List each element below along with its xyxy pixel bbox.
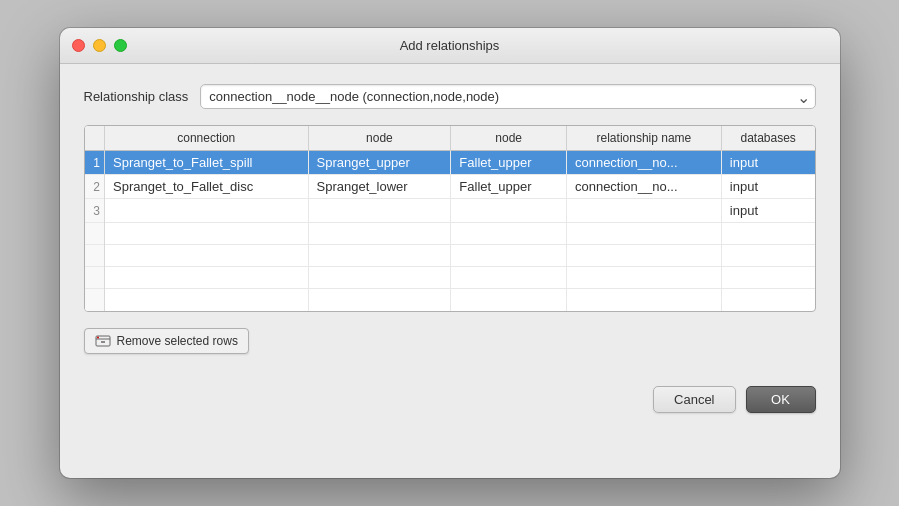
dialog-content: Relationship class connection__node__nod… [60,64,840,478]
empty-table-row [85,223,815,245]
table-cell: Spranget_to_Fallet_spill [105,151,309,175]
minimize-button[interactable] [93,39,106,52]
row-number-cell: 2 [85,175,105,199]
dialog-buttons: Cancel OK [84,374,816,417]
relationship-class-dropdown-container: connection__node__node (connection,node,… [200,84,815,109]
table-cell: Fallet_upper [451,175,567,199]
maximize-button[interactable] [114,39,127,52]
column-header-node1: node [308,126,451,151]
table-cell: input [721,151,814,175]
bottom-toolbar: Remove selected rows [84,328,816,358]
table-cell [105,199,309,223]
column-header-node2: node [451,126,567,151]
table-cell: connection__no... [566,151,721,175]
remove-rows-icon [95,334,111,348]
table-cell: Spranget_lower [308,175,451,199]
column-header-connection: connection [105,126,309,151]
column-header-databases: databases [721,126,814,151]
table-cell: Fallet_upper [451,151,567,175]
table-row[interactable]: 2Spranget_to_Fallet_discSpranget_lowerFa… [85,175,815,199]
table-cell: input [721,199,814,223]
table-cell [566,199,721,223]
table-row[interactable]: 1Spranget_to_Fallet_spillSpranget_upperF… [85,151,815,175]
window-controls [72,39,127,52]
ok-button[interactable]: OK [746,386,816,413]
relationship-class-row: Relationship class connection__node__nod… [84,84,816,109]
cancel-button[interactable]: Cancel [653,386,735,413]
table-header-row: connection node node relationship name d… [85,126,815,151]
table-cell: Spranget_to_Fallet_disc [105,175,309,199]
empty-table-row [85,267,815,289]
empty-table-row [85,245,815,267]
close-button[interactable] [72,39,85,52]
table-cell [451,199,567,223]
empty-table-row [85,289,815,311]
relationship-class-dropdown[interactable]: connection__node__node (connection,node,… [200,84,815,109]
column-header-relationship-name: relationship name [566,126,721,151]
remove-rows-label: Remove selected rows [117,334,238,348]
table-cell [308,199,451,223]
title-bar: Add relationships [60,28,840,64]
row-number-cell: 3 [85,199,105,223]
relationship-class-label: Relationship class [84,89,189,104]
dialog-title: Add relationships [400,38,500,53]
dialog-window: Add relationships Relationship class con… [60,28,840,478]
table-cell: Spranget_upper [308,151,451,175]
table-body: 1Spranget_to_Fallet_spillSpranget_upperF… [85,151,815,311]
table-cell: connection__no... [566,175,721,199]
table-cell: input [721,175,814,199]
remove-selected-rows-button[interactable]: Remove selected rows [84,328,249,354]
table-row[interactable]: 3input [85,199,815,223]
data-table-container: connection node node relationship name d… [84,125,816,312]
row-number-cell: 1 [85,151,105,175]
svg-point-2 [97,336,99,338]
data-table: connection node node relationship name d… [85,126,815,311]
row-number-header [85,126,105,151]
